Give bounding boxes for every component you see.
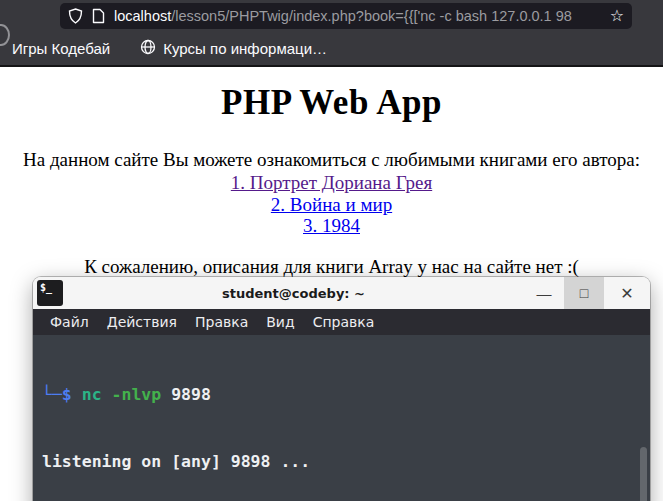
page-title: PHP Web App (0, 83, 663, 123)
bookmarks-bar: Игры Кодебай Курсы по информаци… (0, 33, 663, 63)
menu-edit[interactable]: Правка (186, 314, 257, 330)
url-text: localhost/lesson5/PHPTwig/index.php?book… (114, 8, 604, 24)
screen: localhost/lesson5/PHPTwig/index.php?book… (0, 0, 663, 501)
window-controls: — □ ✕ (524, 277, 650, 309)
terminal-line: listening on [any] 9898 ... (42, 451, 650, 473)
url-path: /lesson5/PHPTwig/index.php?book={{['nc -… (171, 8, 572, 24)
terminal-window: $_ student@codeby: ~ — □ ✕ Файл Действия… (33, 277, 650, 501)
bookmark-item-courses[interactable]: Курсы по информаци… (140, 39, 327, 58)
terminal-icon: $_ (37, 280, 63, 306)
bookmark-label: Игры Кодебай (12, 40, 110, 57)
globe-icon (140, 39, 156, 58)
menu-view[interactable]: Вид (257, 314, 303, 330)
intro-text: На данном сайте Вы можете ознакомиться с… (0, 149, 663, 171)
no-description-message: К сожалению, описания для книги Array у … (0, 256, 663, 278)
book-link-1[interactable]: 1. Портрет Дориана Грея (0, 172, 663, 194)
browser-chrome: localhost/lesson5/PHPTwig/index.php?book… (0, 0, 663, 67)
terminal-prompt-line: └─$ nc -nlvp 9898 (42, 384, 650, 406)
url-bar[interactable]: localhost/lesson5/PHPTwig/index.php?book… (60, 3, 632, 29)
bookmark-label: Курсы по информаци… (163, 40, 327, 57)
maximize-button[interactable]: □ (564, 277, 604, 309)
terminal-titlebar[interactable]: $_ student@codeby: ~ — □ ✕ (33, 277, 650, 309)
terminal-menubar: Файл Действия Правка Вид Справка (33, 309, 650, 335)
minimize-button[interactable]: — (524, 277, 564, 309)
book-link-3[interactable]: 3. 1984 (0, 215, 663, 237)
close-button[interactable]: ✕ (604, 277, 650, 309)
book-links: 1. Портрет Дориана Грея 2. Война и мир 3… (0, 172, 663, 237)
menu-actions[interactable]: Действия (98, 314, 186, 330)
bookmark-star-icon[interactable]: ☆ (610, 8, 624, 24)
scrollbar-thumb[interactable] (640, 447, 647, 501)
bookmark-item-games[interactable]: Игры Кодебай (12, 40, 110, 57)
menu-help[interactable]: Справка (304, 314, 384, 330)
menu-file[interactable]: Файл (41, 314, 98, 330)
shield-icon[interactable] (68, 8, 83, 24)
terminal-output[interactable]: └─$ nc -nlvp 9898 listening on [any] 989… (33, 335, 650, 501)
page-info-icon[interactable] (92, 8, 105, 24)
book-link-2[interactable]: 2. Война и мир (0, 194, 663, 216)
terminal-title: student@codeby: ~ (63, 286, 524, 301)
url-host: localhost (114, 8, 171, 24)
